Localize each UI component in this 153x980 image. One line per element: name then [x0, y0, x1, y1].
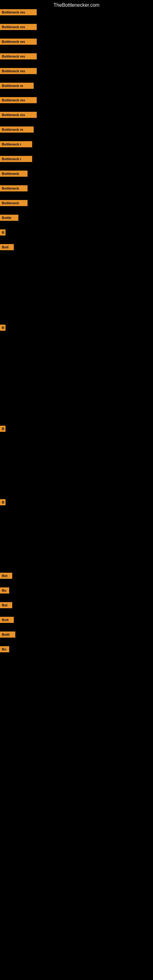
bottleneck-badge-22[interactable]: Bo: [0, 587, 9, 593]
bottleneck-badge-9[interactable]: Bottleneck re: [0, 126, 33, 133]
bottleneck-badge-14[interactable]: Bottleneck: [0, 200, 27, 206]
bottleneck-badge-6[interactable]: Bottleneck re: [0, 83, 33, 89]
bottleneck-badge-3[interactable]: Bottleneck res: [0, 38, 37, 45]
bottleneck-badge-8[interactable]: Bottleneck res: [0, 112, 37, 118]
bottleneck-badge-26[interactable]: Bo: [0, 646, 9, 652]
bottleneck-badge-12[interactable]: Bottleneck: [0, 170, 27, 177]
bottleneck-badge-19[interactable]: B: [0, 426, 5, 432]
bottleneck-badge-15[interactable]: Bottle: [0, 215, 18, 221]
bottleneck-badge-23[interactable]: Bot: [0, 602, 12, 608]
bottleneck-badge-17[interactable]: Bott: [0, 244, 14, 250]
bottleneck-badge-2[interactable]: Bottleneck res: [0, 24, 37, 30]
bottleneck-badge-4[interactable]: Bottleneck res: [0, 53, 37, 59]
bottleneck-badge-24[interactable]: Bott: [0, 617, 14, 623]
bottleneck-badge-10[interactable]: Bottleneck r: [0, 141, 32, 147]
bottleneck-badge-13[interactable]: Bottleneck: [0, 185, 27, 191]
bottleneck-badge-11[interactable]: Bottleneck r: [0, 156, 32, 162]
bottleneck-badge-16[interactable]: B: [0, 229, 5, 235]
bottleneck-badge-25[interactable]: Bottl: [0, 632, 15, 638]
bottleneck-badge-5[interactable]: Bottleneck res: [0, 68, 37, 74]
site-title: TheBottlenecker.com: [0, 0, 153, 10]
bottleneck-badge-20[interactable]: B: [0, 499, 5, 505]
bottleneck-badge-7[interactable]: Bottleneck res: [0, 97, 37, 103]
bottleneck-badge-18[interactable]: B: [0, 325, 5, 331]
bottleneck-badge-21[interactable]: Bot: [0, 573, 12, 579]
bottleneck-badge-1[interactable]: Bottleneck res: [0, 9, 37, 15]
